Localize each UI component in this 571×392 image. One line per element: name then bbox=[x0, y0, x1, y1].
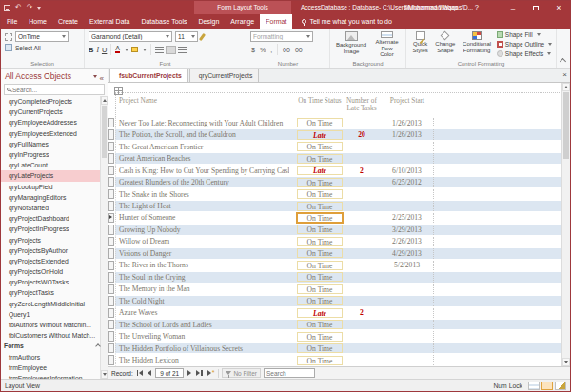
nav-object-item[interactable]: qryInProgress bbox=[1, 149, 108, 160]
project-start-cell[interactable] bbox=[381, 284, 434, 294]
selection-target-combo[interactable]: OnTime bbox=[15, 31, 69, 42]
on-time-status-cell[interactable]: On Time bbox=[297, 118, 343, 127]
shutter-bar-close-icon[interactable] bbox=[100, 69, 104, 85]
column-header-on-time-status[interactable]: On Time Status bbox=[297, 97, 343, 105]
record-selector[interactable] bbox=[108, 166, 114, 175]
nav-object-item[interactable]: Forms bbox=[1, 341, 108, 351]
nav-object-item[interactable]: qryProjectsOnHold bbox=[1, 266, 108, 277]
on-time-status-cell[interactable]: On Time bbox=[297, 225, 343, 234]
project-start-cell[interactable]: 1/26/2013 bbox=[381, 129, 434, 139]
record-selector[interactable] bbox=[108, 237, 114, 246]
layout-view-icon[interactable] bbox=[541, 382, 553, 390]
nav-object-item[interactable]: qryLookupField bbox=[1, 182, 108, 192]
project-start-cell[interactable] bbox=[381, 201, 434, 210]
nav-object-item[interactable]: qryProjectDashboard bbox=[1, 213, 108, 224]
record-selector[interactable] bbox=[108, 177, 114, 186]
on-time-status-cell[interactable]: Late bbox=[297, 130, 343, 140]
scroll-down-icon[interactable] bbox=[101, 370, 108, 379]
project-start-cell[interactable]: 4/29/2013 bbox=[381, 248, 434, 258]
ribbon-tab[interactable]: Create bbox=[52, 14, 84, 29]
new-record-button[interactable]: * bbox=[207, 370, 216, 376]
project-name-cell[interactable]: Great American Beaches bbox=[116, 154, 289, 163]
previous-record-button[interactable] bbox=[147, 370, 152, 376]
record-selector[interactable] bbox=[108, 308, 114, 318]
form-view-icon[interactable] bbox=[528, 382, 540, 390]
record-selector[interactable] bbox=[108, 225, 114, 234]
form-scrollbar[interactable] bbox=[561, 83, 570, 366]
shape-outline-button[interactable]: Shape Outline bbox=[497, 41, 552, 49]
ribbon-tab[interactable]: Format bbox=[260, 14, 292, 29]
nav-object-item[interactable]: qryProjectTasks bbox=[1, 287, 108, 298]
record-selector[interactable] bbox=[108, 118, 114, 127]
project-name-cell[interactable]: Azure Waves bbox=[116, 308, 289, 317]
minimize-button[interactable] bbox=[502, 1, 524, 14]
nav-object-item[interactable]: qryProjects bbox=[1, 234, 108, 245]
project-name-cell[interactable]: The Great American Frontier bbox=[116, 143, 289, 151]
save-icon[interactable] bbox=[4, 5, 10, 11]
on-time-status-cell[interactable]: On Time bbox=[297, 296, 343, 305]
project-name-cell[interactable]: Growing Up Nobody bbox=[116, 225, 289, 234]
nav-scroll-thumb[interactable] bbox=[102, 106, 107, 158]
project-start-cell[interactable]: 6/25/2012 bbox=[381, 177, 434, 186]
project-start-cell[interactable] bbox=[381, 272, 434, 282]
undo-icon[interactable] bbox=[15, 3, 22, 12]
conditional-formatting-button[interactable]: Conditional Formatting bbox=[460, 31, 493, 58]
fill-color-icon[interactable] bbox=[131, 47, 138, 52]
nav-object-item[interactable]: qryFullNames bbox=[1, 139, 108, 149]
shape-effects-button[interactable]: Shape Effects bbox=[497, 50, 552, 58]
project-name-cell[interactable]: Willow of Dream bbox=[116, 237, 289, 245]
nav-object-item[interactable]: qryLateCount bbox=[1, 160, 108, 170]
project-start-cell[interactable] bbox=[381, 355, 434, 364]
project-start-cell[interactable] bbox=[381, 320, 434, 329]
project-start-cell[interactable] bbox=[381, 343, 434, 353]
project-start-cell[interactable] bbox=[381, 189, 434, 199]
project-name-cell[interactable]: The Hidden Lexicon bbox=[116, 356, 289, 364]
nav-object-item[interactable]: qryCurrentProjects bbox=[1, 107, 108, 117]
project-start-cell[interactable]: 5/2/2013 bbox=[381, 261, 434, 270]
project-name-cell[interactable]: Hunter of Someone bbox=[116, 213, 289, 222]
project-start-cell[interactable]: 2/26/2013 bbox=[381, 237, 434, 246]
scroll-up-icon[interactable] bbox=[101, 96, 108, 105]
project-start-cell[interactable]: 2/25/2013 bbox=[381, 213, 434, 223]
on-time-status-cell[interactable]: On Time bbox=[297, 272, 343, 282]
record-search-box[interactable] bbox=[264, 368, 315, 378]
record-selector[interactable] bbox=[108, 272, 114, 282]
italic-button[interactable]: I bbox=[96, 46, 99, 54]
nav-pane-menu-icon[interactable] bbox=[93, 75, 97, 78]
on-time-status-cell[interactable]: On Time bbox=[297, 213, 343, 223]
last-record-button[interactable] bbox=[195, 370, 204, 376]
chevron-down-icon[interactable] bbox=[125, 49, 128, 51]
collapse-ribbon-icon[interactable] bbox=[560, 58, 566, 65]
record-selector[interactable] bbox=[108, 201, 114, 210]
on-time-status-cell[interactable]: Late bbox=[297, 308, 343, 318]
nav-object-item[interactable]: frmAuthors bbox=[1, 352, 108, 363]
form-scroll-thumb[interactable] bbox=[563, 92, 569, 159]
document-tab[interactable]: fsubCurrentProjects bbox=[109, 69, 188, 82]
project-name-cell[interactable]: Visions of Danger bbox=[116, 249, 289, 258]
underline-button[interactable]: U bbox=[102, 46, 107, 54]
late-tasks-cell[interactable]: 20 bbox=[343, 130, 381, 139]
currency-button[interactable]: $ bbox=[250, 47, 256, 53]
project-start-cell[interactable] bbox=[381, 331, 434, 341]
nav-object-item[interactable]: frmEmployee bbox=[1, 363, 108, 373]
decrease-decimals-icon[interactable]: 00 bbox=[294, 47, 304, 53]
scroll-down-icon[interactable] bbox=[562, 358, 570, 366]
customize-qat-icon[interactable] bbox=[37, 7, 41, 10]
ribbon-tab[interactable]: Home bbox=[23, 14, 52, 29]
close-document-icon[interactable] bbox=[562, 71, 567, 79]
on-time-status-cell[interactable]: On Time bbox=[297, 154, 343, 164]
project-start-cell[interactable] bbox=[381, 296, 434, 305]
nav-object-item[interactable]: qryManagingEditors bbox=[1, 192, 108, 203]
project-name-cell[interactable]: The Potion, the Scroll, and the Cauldron bbox=[116, 130, 289, 139]
nav-object-item[interactable]: qryCompletedProjects bbox=[1, 96, 108, 107]
project-name-cell[interactable]: The Cold Night bbox=[116, 297, 289, 305]
project-name-cell[interactable]: The School of Lords and Ladies bbox=[116, 321, 289, 329]
on-time-status-cell[interactable]: On Time bbox=[297, 248, 343, 258]
next-record-button[interactable] bbox=[187, 370, 192, 376]
align-right-icon[interactable] bbox=[178, 47, 187, 53]
project-name-cell[interactable]: The Soul in the Crying bbox=[116, 273, 289, 282]
on-time-status-cell[interactable]: On Time bbox=[297, 332, 343, 342]
align-left-icon[interactable] bbox=[155, 47, 164, 53]
shape-fill-button[interactable]: Shape Fill bbox=[497, 31, 552, 39]
record-selector[interactable] bbox=[108, 248, 114, 258]
